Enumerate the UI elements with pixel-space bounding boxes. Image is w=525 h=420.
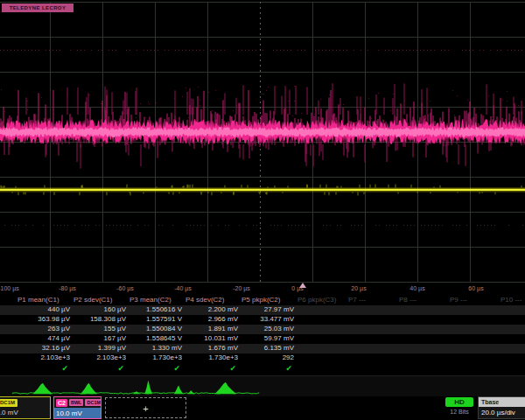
measure-value: 1.676 mV	[184, 344, 240, 354]
histicon-peak	[214, 382, 236, 394]
c2-bandwidth-badge: BWL	[69, 399, 84, 406]
measure-status-check	[499, 363, 525, 373]
measure-status-check	[448, 363, 499, 373]
measure-value: 2.103e+3	[16, 354, 72, 363]
trigger-position-marker[interactable]	[299, 283, 306, 288]
measure-status-check	[296, 363, 346, 373]
measure-value	[296, 334, 346, 344]
time-axis-label: -20 µs	[233, 285, 250, 291]
measure-value: 6.135 mV	[240, 344, 296, 354]
measure-value: 167 µV	[72, 334, 128, 344]
measure-value	[296, 354, 346, 363]
measure-column-header[interactable]: P3 mean(C2)	[128, 296, 184, 305]
measure-status-check: ✔	[72, 363, 128, 373]
c1-volts-per-div: 10.0 mV	[0, 408, 50, 418]
measurement-table: P1 mean(C1)P2 sdev(C1)P3 mean(C2)P4 sdev…	[0, 296, 525, 376]
histicon-peak	[174, 386, 184, 395]
measure-value	[397, 315, 448, 325]
measure-value	[499, 334, 525, 344]
measure-value: 160 µV	[72, 305, 128, 315]
channel-c1-descriptor[interactable]: C1 DC1M 10.0 mV	[0, 396, 51, 419]
measure-value	[499, 315, 525, 325]
time-axis-label: -80 µs	[59, 285, 76, 291]
measure-value: 155 µV	[72, 325, 128, 334]
measure-status-check: ✔	[16, 363, 72, 373]
measure-value: 59.97 mV	[240, 334, 296, 344]
time-axis-label: -40 µs	[174, 285, 192, 291]
channel-c2-descriptor[interactable]: C2 BWL DC1M 10.0 mV	[53, 396, 102, 419]
resolution-label: 12 Bits	[442, 409, 477, 415]
measure-column-header: P6 pkpk(C3)	[296, 296, 346, 305]
c2-label: C2	[56, 399, 67, 407]
measure-value: 27.97 mV	[240, 305, 296, 315]
c2-trace	[0, 83, 525, 168]
measure-value: 10.031 mV	[184, 334, 240, 344]
time-axis-label: -60 µs	[116, 285, 134, 291]
measure-status-check: ✔	[240, 363, 296, 373]
measure-column-header[interactable]: P2 sdev(C1)	[72, 296, 128, 305]
descriptor-toolbar: C1 DC1M 10.0 mV C2 BWL DC1M 10.0 mV + HD…	[0, 396, 525, 420]
hd-mode-badge[interactable]: HD	[445, 397, 473, 407]
measure-value: 25.03 mV	[240, 325, 296, 334]
measure-value	[499, 354, 525, 363]
measure-value: 158.308 µV	[72, 315, 128, 325]
measure-value	[448, 334, 499, 344]
measure-value: 1.550616 V	[128, 305, 184, 315]
measure-column-header[interactable]: P4 sdev(C2)	[184, 296, 240, 305]
measure-value: 440 µV	[16, 305, 72, 315]
measure-value	[499, 305, 525, 315]
time-axis: -100 µs-80 µs-60 µs-40 µs-20 µs0 µs20 µs…	[0, 282, 525, 296]
measure-column-header: P10 ---	[499, 296, 525, 305]
measure-value	[346, 325, 397, 334]
measure-column-header: P8 ---	[397, 296, 448, 305]
timebase-label: Tbase	[479, 397, 525, 407]
histicon-peak	[80, 383, 97, 394]
measure-value	[346, 305, 397, 315]
c2-coupling-badge: DC1M	[85, 399, 101, 406]
oscilloscope-screen: TELEDYNE LECROY -100 µs-80 µs-60 µs-40 µ…	[0, 0, 525, 420]
timebase-value: 20.0 µs/div	[479, 407, 525, 418]
measure-value: 1.330 mV	[128, 344, 184, 354]
measure-value: 1.730e+3	[184, 354, 240, 363]
timebase-descriptor[interactable]: Tbase 20.0 µs/div	[478, 396, 525, 419]
measure-value: 33.477 mV	[240, 315, 296, 325]
measure-value	[448, 315, 499, 325]
measure-value: 292	[240, 354, 296, 363]
measure-value	[448, 344, 499, 354]
measure-value: 263 µV	[16, 325, 72, 334]
histicon-strip[interactable]	[0, 375, 525, 396]
measure-value: 1.891 mV	[184, 325, 240, 334]
c2-volts-per-div: 10.0 mV	[54, 408, 101, 419]
measure-column-header: P9 ---	[448, 296, 499, 305]
time-axis-label: -100 µs	[0, 285, 19, 291]
measure-value: 1.730e+3	[128, 354, 184, 363]
measure-value	[346, 334, 397, 344]
measure-value: 2.200 mV	[184, 305, 240, 315]
histicon-peak	[187, 390, 195, 394]
measure-column-header[interactable]: P5 pkpk(C2)	[240, 296, 296, 305]
measure-value: 363.98 µV	[16, 315, 72, 325]
measure-value: 1.558645 V	[128, 334, 184, 344]
c1-descriptor-top: C1 DC1M	[0, 397, 50, 408]
measure-value	[448, 325, 499, 334]
measure-value: 1.557591 V	[128, 315, 184, 325]
measure-value	[346, 344, 397, 354]
histicon-peak	[144, 381, 152, 394]
measure-value	[397, 325, 448, 334]
add-trace-button[interactable]: +	[105, 397, 186, 418]
measure-status-check: ✔	[128, 363, 184, 373]
histicon-peak	[32, 383, 52, 394]
time-axis-label: 20 µs	[351, 285, 366, 291]
c1-coupling-badge: DC1M	[0, 399, 18, 407]
measure-value	[296, 305, 346, 315]
measure-value: 32.16 µV	[16, 344, 72, 354]
measure-value	[448, 305, 499, 315]
measure-value	[397, 334, 448, 344]
measure-value	[397, 305, 448, 315]
measure-column-header[interactable]: P1 mean(C1)	[16, 296, 72, 305]
measure-value	[296, 325, 346, 334]
waveform-display-grid[interactable]	[0, 0, 525, 296]
measure-column-header: P7 ---	[346, 296, 397, 305]
c1-trace	[0, 185, 525, 196]
measure-value: 1.399 µV	[72, 344, 128, 354]
